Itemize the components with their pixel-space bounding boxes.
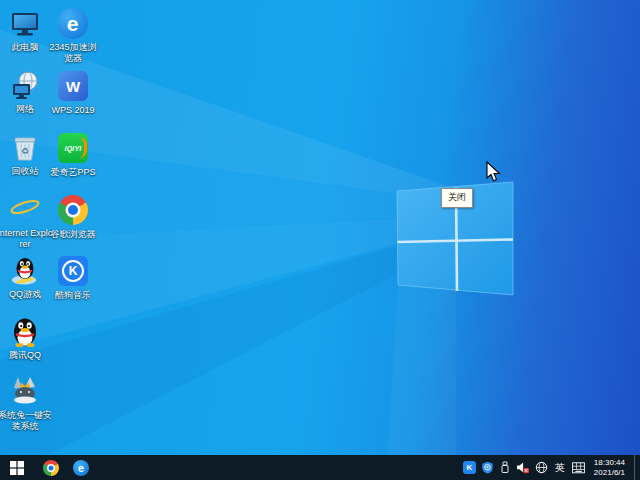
start-button[interactable] (2, 455, 32, 480)
desktop-icon-google-chrome[interactable]: 谷歌浏览器 (45, 194, 101, 240)
taskbar-chrome-button[interactable] (36, 455, 66, 480)
windows-start-icon (10, 461, 24, 475)
iqiyi-icon: iQIYI (57, 133, 89, 165)
desktop-icon-wps-2019[interactable]: W WPS 2019 (45, 70, 101, 116)
network-globe-icon (9, 70, 41, 102)
touch-keyboard-tray-icon[interactable] (572, 462, 585, 474)
computer-icon (9, 8, 41, 40)
recycle-bin-icon: ♻ (9, 132, 41, 164)
shadow-beam (0, 212, 516, 480)
kugou-k-glyph: K (69, 264, 78, 278)
desktop-icon-label: 腾讯QQ (0, 350, 53, 361)
desktop-icon-label: 爱奇艺PPS (45, 167, 101, 178)
desktop-icon-iqiyi-pps[interactable]: iQIYI 爱奇艺PPS (45, 132, 101, 178)
desktop-icon-tencent-qq[interactable]: 腾讯QQ (0, 316, 53, 361)
2345-browser-icon: e (57, 8, 89, 40)
clock-time: 18:30:44 (594, 458, 625, 468)
close-tooltip: 关闭 (441, 188, 473, 208)
chrome-icon (43, 460, 59, 476)
qq-penguin-icon (9, 316, 41, 348)
show-desktop-button[interactable] (634, 455, 640, 480)
desktop-icon-label: 酷狗音乐 (45, 290, 101, 301)
desktop-icon-system-rabbit[interactable]: 系统兔一键安装系统 (0, 376, 53, 432)
svg-text:♻: ♻ (21, 146, 29, 156)
kugou-k-glyph: K (466, 463, 472, 472)
kugou-tray-icon[interactable]: K (463, 461, 476, 474)
desktop-icon-kugou-music[interactable]: K 酷狗音乐 (45, 255, 101, 301)
volume-muted-tray-icon[interactable] (516, 461, 530, 474)
desktop-icon-label: WPS 2019 (45, 105, 101, 116)
taskbar-2345-browser-button[interactable]: e (66, 455, 96, 480)
security-shield-tray-icon[interactable] (481, 461, 494, 474)
wps-icon: W (57, 71, 89, 103)
desktop-icon-label: 谷歌浏览器 (45, 229, 101, 240)
rabbit-icon (9, 376, 41, 408)
network-globe-tray-icon[interactable] (535, 461, 548, 474)
2345-e-glyph: e (78, 462, 84, 474)
taskbar-clock[interactable]: 18:30:44 2021/6/1 (590, 458, 629, 477)
ime-language-indicator[interactable]: 英 (553, 461, 567, 475)
wps-w-glyph: W (66, 78, 80, 95)
clock-date: 2021/6/1 (594, 468, 625, 478)
internet-explorer-icon: e (9, 194, 41, 226)
2345-browser-icon: e (73, 460, 89, 476)
desktop-icon-2345-browser[interactable]: e 2345加速浏览器 (45, 8, 101, 64)
iqiyi-orange-accent (79, 137, 87, 158)
system-tray: K (463, 455, 640, 480)
chrome-icon (57, 195, 89, 227)
kugou-icon: K (57, 256, 89, 288)
taskbar: e K (0, 455, 640, 480)
windows-desktop: 此电脑 网络 ♻ 回收站 (0, 0, 640, 480)
desktop-icon-label: 2345加速浏览器 (45, 42, 101, 64)
usb-device-tray-icon[interactable] (499, 461, 511, 474)
light-beam (386, 285, 456, 480)
qq-games-penguin-icon (9, 255, 41, 287)
2345-e-glyph: e (67, 12, 79, 36)
desktop-icon-label: 系统兔一键安装系统 (0, 410, 53, 432)
